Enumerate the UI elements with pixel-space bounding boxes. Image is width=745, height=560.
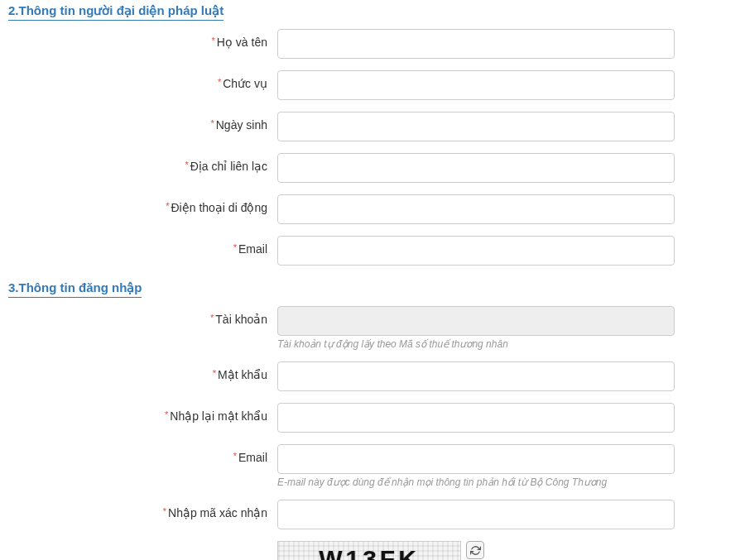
- input-email-login[interactable]: [277, 444, 675, 474]
- input-email-rep[interactable]: [277, 236, 675, 266]
- label-captcha: *Nhập mã xác nhận: [0, 500, 277, 519]
- input-fullname[interactable]: [277, 29, 675, 59]
- row-email-rep: *Email: [0, 236, 745, 266]
- label-dob: *Ngày sinh: [0, 112, 277, 132]
- input-mobile[interactable]: [277, 194, 675, 224]
- row-account: *Tài khoản Tài khoản tự động lấy theo Mã…: [0, 306, 745, 350]
- label-position: *Chức vụ: [0, 70, 277, 90]
- input-address[interactable]: [277, 153, 675, 183]
- label-fullname: *Họ và tên: [0, 29, 277, 49]
- refresh-icon: [470, 545, 481, 556]
- input-password[interactable]: [277, 361, 675, 391]
- hint-email-login: E-mail này được dùng để nhận mọi thông t…: [277, 476, 675, 488]
- row-position: *Chức vụ: [0, 70, 745, 100]
- section2-heading: 2.Thông tin người đại diện pháp luật: [8, 3, 223, 21]
- input-dob[interactable]: [277, 112, 675, 141]
- row-captcha-image: W13FK BotDetect CAPTCHA ASP.NET Form Val…: [0, 541, 745, 560]
- input-password-confirm[interactable]: [277, 403, 675, 433]
- row-dob: *Ngày sinh: [0, 112, 745, 141]
- input-position[interactable]: [277, 70, 675, 100]
- hint-account: Tài khoản tự động lấy theo Mã số thuế th…: [277, 338, 675, 350]
- row-mobile: *Điện thoại di động: [0, 194, 745, 224]
- row-captcha-input: *Nhập mã xác nhận: [0, 500, 745, 529]
- row-address: *Địa chỉ liên lạc: [0, 153, 745, 183]
- captcha-reload-button[interactable]: [466, 541, 484, 559]
- row-fullname: *Họ và tên: [0, 29, 745, 59]
- row-email-login: *Email E-mail này được dùng để nhận mọi …: [0, 444, 745, 488]
- section3-heading: 3.Thông tin đăng nhập: [8, 280, 142, 298]
- label-account: *Tài khoản: [0, 306, 277, 326]
- captcha-image: W13FK: [277, 541, 461, 560]
- row-password-confirm: *Nhập lại mật khẩu: [0, 403, 745, 433]
- label-email-rep: *Email: [0, 236, 277, 256]
- label-address: *Địa chỉ liên lạc: [0, 153, 277, 173]
- input-account: [277, 306, 675, 336]
- input-captcha[interactable]: [277, 500, 675, 529]
- label-mobile: *Điện thoại di động: [0, 194, 277, 214]
- row-password: *Mật khẩu: [0, 361, 745, 391]
- label-email-login: *Email: [0, 444, 277, 464]
- label-password-confirm: *Nhập lại mật khẩu: [0, 403, 277, 423]
- label-password: *Mật khẩu: [0, 361, 277, 381]
